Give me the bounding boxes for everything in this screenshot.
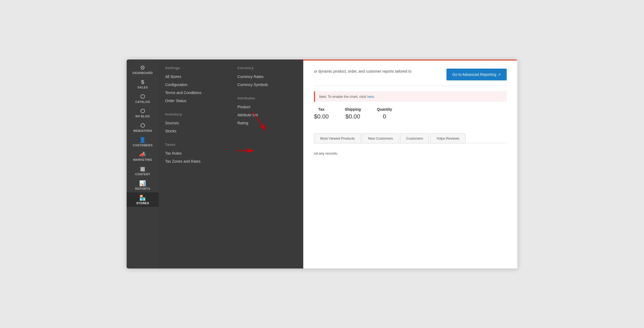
menu-tax-rules[interactable]: Tax Rules xyxy=(164,149,226,157)
stores-icon: 🏪 xyxy=(139,195,146,200)
sidebar-label-stores: STORES xyxy=(136,202,149,205)
menu-all-stores[interactable]: All Stores xyxy=(164,73,226,81)
customers-icon: 👤 xyxy=(139,137,146,143)
menu-rating[interactable]: Rating xyxy=(236,119,298,127)
sidebar-item-rh-blog[interactable]: ⬡ RH BLOG xyxy=(127,106,159,120)
sidebar-item-customers[interactable]: 👤 CUSTOMERS xyxy=(127,135,159,149)
menu-stocks[interactable]: Stocks xyxy=(164,127,226,135)
no-records-text: nd any records. xyxy=(314,149,507,158)
sidebar: ⊙ DASHBOARD $ SALES ⬡ CATALOG ⬡ RH BLOG … xyxy=(127,59,159,269)
currency-heading: Currency xyxy=(236,66,298,70)
inventory-section: Inventory Sources Stocks xyxy=(164,112,226,135)
tab-new-customers[interactable]: New Customers xyxy=(362,133,399,143)
sidebar-label-webiators: WEBIATORS xyxy=(133,129,152,132)
sidebar-label-sales: SALES xyxy=(137,86,148,89)
advanced-reporting-text: ur dynamic product, order, and customer … xyxy=(314,69,441,74)
sidebar-label-catalog: CATALOG xyxy=(135,100,150,103)
menu-currency-rates[interactable]: Currency Rates xyxy=(236,73,298,81)
external-link-icon: ↗ xyxy=(498,73,501,77)
menu-terms-conditions[interactable]: Terms and Conditions xyxy=(164,89,226,97)
currency-section: Currency Currency Rates Currency Symbols xyxy=(236,66,298,89)
megamenu-col-left: Settings All Stores Configuration Terms … xyxy=(159,65,231,263)
marketing-icon: 📣 xyxy=(139,152,146,157)
advanced-reporting-button[interactable]: Go to Advanced Reporting ↗ xyxy=(446,69,507,80)
stats-row: Tax $0.00 Shipping $0.00 Quantity 0 xyxy=(314,107,507,125)
sidebar-label-marketing: MARKETING xyxy=(133,158,152,161)
tab-customers[interactable]: Customers xyxy=(400,133,429,143)
menu-configuration[interactable]: Configuration xyxy=(164,81,226,89)
settings-heading: Settings xyxy=(164,66,226,70)
sidebar-label-rh-blog: RH BLOG xyxy=(135,115,150,118)
content-icon: ▦ xyxy=(140,166,145,172)
sidebar-label-customers: CUSTOMERS xyxy=(133,144,153,147)
megamenu-panel: Settings All Stores Configuration Terms … xyxy=(159,59,303,269)
sidebar-label-reports: REPORTS xyxy=(135,187,150,190)
chart-disabled-notice: bled. To enable the chart, click here. xyxy=(314,91,507,102)
menu-sources[interactable]: Sources xyxy=(164,119,226,127)
tab-yotpo-reviews[interactable]: Yotpo Reviews xyxy=(430,133,465,143)
sidebar-item-sales[interactable]: $ SALES xyxy=(127,77,159,91)
reports-icon: 📊 xyxy=(139,181,146,186)
sidebar-label-content: CONTENT xyxy=(135,173,150,176)
enable-chart-link[interactable]: here xyxy=(367,95,374,99)
inventory-heading: Inventory xyxy=(164,112,226,116)
sidebar-item-content[interactable]: ▦ CONTENT xyxy=(127,163,159,178)
attributes-heading: Attributes xyxy=(236,96,298,100)
menu-attribute-set[interactable]: Attribute Set xyxy=(236,111,298,119)
app-container: ⊙ DASHBOARD $ SALES ⬡ CATALOG ⬡ RH BLOG … xyxy=(127,59,517,269)
sidebar-item-dashboard[interactable]: ⊙ DASHBOARD xyxy=(127,62,159,77)
sidebar-item-catalog[interactable]: ⬡ CATALOG xyxy=(127,91,159,106)
rh-blog-icon: ⬡ xyxy=(140,108,145,114)
sidebar-item-marketing[interactable]: 📣 MARKETING xyxy=(127,149,159,163)
taxes-section: Taxes Tax Rules Tax Zones and Rates xyxy=(164,143,226,165)
menu-tax-zones[interactable]: Tax Zones and Rates xyxy=(164,157,226,165)
stat-tax: Tax $0.00 xyxy=(314,107,329,120)
content-inner: ur dynamic product, order, and customer … xyxy=(303,61,517,269)
main-content: ur dynamic product, order, and customer … xyxy=(303,59,517,269)
menu-order-status[interactable]: Order Status xyxy=(164,97,226,105)
stat-quantity: Quantity 0 xyxy=(377,107,392,120)
dashboard-icon: ⊙ xyxy=(140,65,145,70)
tabs-section: Most Viewed Products New Customers Custo… xyxy=(314,133,507,143)
menu-product[interactable]: Product xyxy=(236,103,298,111)
megamenu-col-right: Currency Currency Rates Currency Symbols… xyxy=(231,65,303,263)
sidebar-item-stores[interactable]: 🏪 STORES xyxy=(127,192,159,207)
tab-most-viewed-products[interactable]: Most Viewed Products xyxy=(314,133,361,143)
settings-section: Settings All Stores Configuration Terms … xyxy=(164,66,226,105)
attributes-section: Attributes Product Attribute Set Rating xyxy=(236,96,298,127)
menu-currency-symbols[interactable]: Currency Symbols xyxy=(236,81,298,89)
webiators-icon: ⬡ xyxy=(140,123,145,128)
stat-shipping: Shipping $0.00 xyxy=(345,107,361,120)
sales-icon: $ xyxy=(141,79,144,85)
sidebar-item-webiators[interactable]: ⬡ WEBIATORS xyxy=(127,120,159,135)
taxes-heading: Taxes xyxy=(164,143,226,147)
catalog-icon: ⬡ xyxy=(140,94,145,99)
sidebar-item-reports[interactable]: 📊 REPORTS xyxy=(127,178,159,192)
advanced-reporting-section: ur dynamic product, order, and customer … xyxy=(314,69,507,86)
sidebar-label-dashboard: DASHBOARD xyxy=(132,71,153,74)
